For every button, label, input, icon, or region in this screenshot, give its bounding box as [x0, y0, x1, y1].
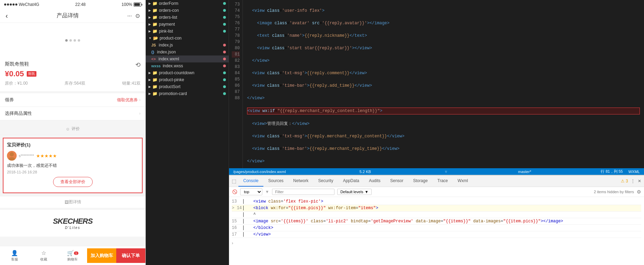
file-index-js[interactable]: JS index.js: [146, 42, 229, 49]
target-button[interactable]: ⊙: [135, 12, 140, 19]
folder-promotion-card[interactable]: ▶ 📁 promotion-card: [146, 90, 229, 97]
folder-icon: 📁: [152, 1, 158, 6]
section-divider-1: [0, 120, 145, 123]
image-icon: 🖼: [65, 200, 69, 205]
clear-console-icon[interactable]: 🚫: [232, 189, 237, 195]
warning-badge: ⚠ 3: [621, 179, 628, 183]
cart-label: 购物车: [67, 257, 78, 262]
signal-dots: [4, 3, 17, 6]
product-actions: 领券 领取优惠券 › 选择商品属性 ›: [0, 93, 145, 120]
devtools-panel: ⬚ Console Sources Network Security AppDa…: [229, 175, 644, 265]
console-filter-input[interactable]: [272, 189, 334, 195]
buy-button[interactable]: 确认下单: [116, 248, 145, 263]
code-line-77: </view>: [247, 58, 640, 64]
tab-audits[interactable]: Audits: [364, 176, 385, 187]
folder-orders-con[interactable]: ▶ 📁 orders-con: [146, 7, 229, 14]
reviewer-avatar: [7, 151, 17, 161]
review-date: 2018-11-26 16:28: [7, 170, 138, 174]
brand-section: SKECHERS D'Lites: [0, 210, 145, 237]
tab-network[interactable]: Network: [288, 176, 313, 187]
tab-storage[interactable]: Storage: [408, 176, 433, 187]
service-button[interactable]: 👤 客服: [0, 250, 29, 262]
comment-box: 宝贝评价(1) s********* ★★★★★ 成功体验一次，感觉还不错 20…: [3, 138, 143, 193]
share-button[interactable]: ⟲: [135, 61, 141, 69]
battery-percent: 100%: [121, 2, 132, 7]
original-price-row: 原价：¥1.00 库存:564双 销量:41双: [5, 80, 141, 86]
branch-name: master*: [518, 170, 531, 174]
hidden-items-label: 2 items hidden by filters: [594, 190, 634, 194]
svg-point-1: [9, 157, 15, 161]
console-output: 13 │ <view class='flex flex-pic'> > 14 │…: [229, 197, 644, 239]
coupon-label: 领券: [5, 97, 14, 103]
folder-orders-list[interactable]: ▶ 📁 orders-list: [146, 14, 229, 21]
service-label: 客服: [11, 257, 18, 262]
detail-label: 图详情: [69, 199, 81, 205]
console-line-17: 17 │ </view>: [232, 231, 641, 238]
time-label: 22:48: [75, 2, 86, 7]
code-line-84: <view class='time-bar'>{{reply.merchant_…: [247, 146, 640, 152]
default-levels-select[interactable]: Default levels ▼: [337, 189, 372, 195]
file-index-json[interactable]: {} index.json: [146, 49, 229, 55]
original-price: 原价：¥1.00: [5, 80, 28, 86]
code-line-83: <view class='txt-msg'>{{reply.merchant_r…: [247, 133, 640, 139]
code-line-75: <text class='name'>{{reply.nickname}}</t…: [247, 33, 640, 39]
console-line-14: > 14 │ <block wx:for="{{item.pics}}" wx:…: [232, 205, 641, 212]
collect-button[interactable]: ☆ 收藏: [29, 250, 58, 262]
code-line-78: <view class='txt-msg'>{{reply.comment}}<…: [247, 70, 640, 76]
tab-trace[interactable]: Trace: [433, 176, 453, 187]
comment-title: 宝贝评价(1): [7, 142, 138, 148]
folder-payment[interactable]: ▶ 📁 payment: [146, 21, 229, 28]
file-path: /pages/product-con/index.wxml: [233, 170, 286, 174]
code-line-74: <image class='avatar' src='{{reply.avata…: [247, 20, 640, 26]
add-to-cart-button[interactable]: 加入购物车: [87, 248, 116, 263]
folder-product-con[interactable]: ▼ 📂 product-con: [146, 35, 229, 42]
cart-button[interactable]: 🛒1 购物车: [58, 250, 87, 262]
tab-console[interactable]: Console: [238, 176, 263, 187]
code-line-76: <view class='start star{{reply.star}}'><…: [247, 45, 640, 51]
file-index-wxml[interactable]: <> index.wxml: [146, 55, 229, 62]
expand-console-icon[interactable]: ›: [229, 239, 644, 247]
settings-icon[interactable]: ⚙: [637, 189, 641, 195]
chevron-icon: ›: [139, 97, 141, 102]
code-content[interactable]: <view class='user-info flex'> <image cla…: [243, 0, 644, 168]
chevron-icon-2: ›: [139, 111, 141, 116]
brand-sub: D'Lites: [53, 226, 92, 230]
back-button[interactable]: ‹: [6, 12, 8, 20]
context-select[interactable]: top: [240, 188, 262, 195]
folder-pink-list[interactable]: ▶ 📁 pink-list: [146, 28, 229, 35]
coupon-row[interactable]: 领券 领取优惠券 ›: [0, 93, 145, 107]
folder-product-pinke[interactable]: ▶ 📁 product-pinke: [146, 76, 229, 83]
more-options-icon[interactable]: ⋮: [631, 179, 635, 183]
tab-appdata[interactable]: AppData: [338, 176, 364, 187]
folder-icon: 📁: [152, 15, 158, 20]
more-button[interactable]: ···: [127, 13, 132, 19]
code-line-82: <view>管理员回复：</view>: [247, 121, 640, 127]
console-line-16: 16 │ </block>: [232, 225, 641, 231]
code-editor-panel: 73 74 75 76 77 78 79 80 81 82 83 84 85 8…: [229, 0, 644, 175]
attribute-row[interactable]: 选择商品属性 ›: [0, 107, 145, 120]
folder-productsort[interactable]: ▶ 📁 productSort: [146, 83, 229, 90]
tab-sensor[interactable]: Sensor: [385, 176, 408, 187]
folder-orderform[interactable]: ▶ 📁 orderForm: [146, 0, 229, 7]
wxss-icon: wxss: [151, 64, 161, 68]
console-toolbar: 🚫 top ▼ Default levels ▼ 2 items hidden …: [229, 187, 644, 197]
devtools-cursor-icon[interactable]: ⬚: [232, 178, 236, 184]
folder-icon: 📁: [152, 84, 158, 89]
collect-label: 收藏: [40, 257, 47, 262]
reviewer-row: s********* ★★★★★: [7, 151, 138, 161]
file-index-wxss[interactable]: wxss index.wxss: [146, 62, 229, 69]
folder-product-countdown[interactable]: ▶ 📁 product-countdown: [146, 69, 229, 76]
code-area: 73 74 75 76 77 78 79 80 81 82 83 84 85 8…: [229, 0, 644, 168]
tab-sources[interactable]: Sources: [263, 176, 288, 187]
expand-arrow: ▶: [149, 2, 151, 5]
tab-security[interactable]: Security: [313, 176, 338, 187]
wxml-icon: <>: [151, 57, 156, 61]
tab-wxml[interactable]: Wxml: [453, 176, 473, 187]
carrier-label: WeChat4G: [19, 2, 39, 7]
comment-header: ☺ 评价: [0, 123, 145, 135]
view-all-button[interactable]: 查看全部评价: [53, 177, 93, 187]
close-devtools-icon[interactable]: ✕: [638, 179, 641, 183]
folder-icon: 📁: [152, 8, 158, 13]
sales: 销量:41双: [122, 80, 141, 86]
folder-icon: 📁: [152, 91, 158, 96]
